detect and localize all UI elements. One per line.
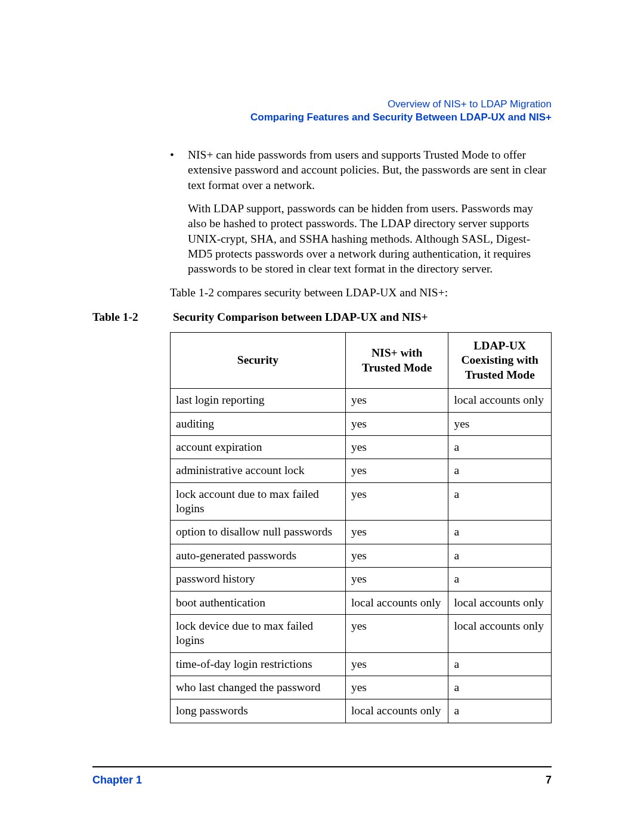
cell: a [448, 521, 552, 544]
table-row: auditingyesyes [171, 412, 552, 435]
cell: yes [345, 521, 448, 544]
table-label: Table 1-2 [92, 311, 170, 324]
cell: yes [345, 544, 448, 567]
table-header-row: Security NIS+ with Trusted Mode LDAP-UX … [171, 333, 552, 389]
cell: yes [345, 652, 448, 676]
cell: yes [345, 614, 448, 652]
cell: auditing [171, 412, 346, 435]
body: • NIS+ can hide passwords from users and… [92, 147, 552, 723]
header-section: Overview of NIS+ to LDAP Migration [92, 98, 552, 110]
table-caption: Table 1-2 Security Comparison between LD… [92, 311, 552, 324]
col-ldap: LDAP-UX Coexisting with Trusted Mode [448, 333, 552, 389]
col-nis: NIS+ with Trusted Mode [345, 333, 448, 389]
table-row: boot authenticationlocal accounts onlylo… [171, 591, 552, 614]
cell: a [448, 699, 552, 723]
cell: yes [448, 412, 552, 435]
col-security: Security [171, 333, 346, 389]
table-body: last login reportingyeslocal accounts on… [171, 389, 552, 723]
table-title: Security Comparison between LDAP-UX and … [173, 311, 428, 323]
cell: last login reporting [171, 389, 346, 412]
cell: account expiration [171, 435, 346, 459]
bullet-dot-icon: • [170, 147, 188, 193]
table-row: password historyyesa [171, 568, 552, 591]
cell: yes [345, 389, 448, 412]
cell: a [448, 482, 552, 521]
table-row: account expirationyesa [171, 435, 552, 459]
bullet-text: NIS+ can hide passwords from users and s… [188, 147, 552, 193]
cell: a [448, 435, 552, 459]
page: Overview of NIS+ to LDAP Migration Compa… [0, 0, 644, 833]
cell: local accounts only [448, 389, 552, 412]
cell: administrative account lock [171, 459, 346, 482]
cell: time-of-day login restrictions [171, 652, 346, 676]
cell: a [448, 568, 552, 591]
footer-chapter: Chapter 1 [92, 774, 142, 786]
table-row: long passwordslocal accounts onlya [171, 699, 552, 723]
cell: auto-generated passwords [171, 544, 346, 567]
table-row: administrative account lockyesa [171, 459, 552, 482]
cell: yes [345, 568, 448, 591]
cell: yes [345, 676, 448, 699]
cell: local accounts only [448, 591, 552, 614]
table-row: lock account due to max failed loginsyes… [171, 482, 552, 521]
table-row: time-of-day login restrictionsyesa [171, 652, 552, 676]
cell: long passwords [171, 699, 346, 723]
cell: yes [345, 482, 448, 521]
bullet-item: • NIS+ can hide passwords from users and… [170, 147, 552, 193]
sub-paragraph: With LDAP support, passwords can be hidd… [188, 201, 552, 277]
cell: local accounts only [345, 699, 448, 723]
table-row: auto-generated passwordsyesa [171, 544, 552, 567]
cell: lock account due to max failed logins [171, 482, 346, 521]
table-row: who last changed the passwordyesa [171, 676, 552, 699]
cell: a [448, 459, 552, 482]
cell: a [448, 676, 552, 699]
cell: who last changed the password [171, 676, 346, 699]
cell: yes [345, 435, 448, 459]
header-subsection: Comparing Features and Security Between … [92, 112, 552, 123]
page-number: 7 [546, 774, 552, 786]
table-row: lock device due to max failed loginsyesl… [171, 614, 552, 652]
cell: yes [345, 412, 448, 435]
cell: option to disallow null passwords [171, 521, 346, 544]
cell: lock device due to max failed logins [171, 614, 346, 652]
running-header: Overview of NIS+ to LDAP Migration Compa… [92, 98, 552, 123]
table-row: option to disallow null passwordsyesa [171, 521, 552, 544]
page-footer: Chapter 1 7 [92, 774, 552, 786]
cell: a [448, 652, 552, 676]
table-row: last login reportingyeslocal accounts on… [171, 389, 552, 412]
cell: local accounts only [345, 591, 448, 614]
cell: boot authentication [171, 591, 346, 614]
cell: yes [345, 459, 448, 482]
cell: password history [171, 568, 346, 591]
footer-rule [92, 766, 552, 767]
security-comparison-table: Security NIS+ with Trusted Mode LDAP-UX … [170, 332, 552, 723]
table-intro: Table 1-2 compares security between LDAP… [170, 285, 552, 300]
cell: local accounts only [448, 614, 552, 652]
cell: a [448, 544, 552, 567]
